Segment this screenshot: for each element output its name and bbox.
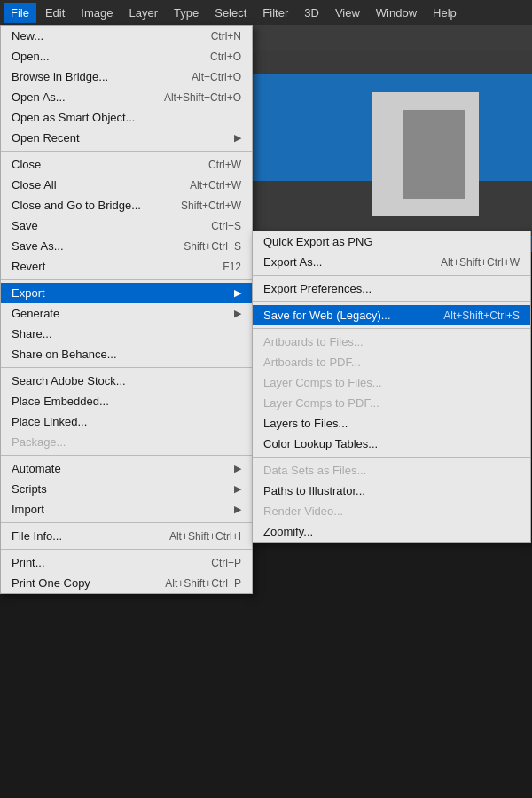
menu-image[interactable]: Image [74, 3, 120, 23]
menu-open-as[interactable]: Open As... Alt+Shift+Ctrl+O [1, 87, 252, 107]
file-menu: New... Ctrl+N Open... Ctrl+O Browse in B… [0, 25, 253, 594]
sep-5 [1, 522, 252, 523]
export-sep-3 [253, 328, 530, 329]
menu-package[interactable]: Package... [1, 432, 252, 452]
menu-save[interactable]: Save Ctrl+S [1, 215, 252, 236]
export-paths-illustrator[interactable]: Paths to Illustrator... [253, 481, 530, 501]
menu-view[interactable]: View [328, 3, 367, 23]
export-color-lookup-tables[interactable]: Color Lookup Tables... [253, 434, 530, 454]
menu-generate[interactable]: Generate ▶ [1, 303, 252, 324]
menu-file-info[interactable]: File Info... Alt+Shift+Ctrl+I [1, 526, 252, 546]
building-inner-shape [403, 110, 466, 199]
menu-open-recent[interactable]: Open Recent ▶ [1, 128, 252, 148]
menu-filter[interactable]: Filter [255, 3, 295, 23]
export-layer-comps-files[interactable]: Layer Comps to Files... [253, 372, 530, 393]
export-menu: Quick Export as PNG Export As... Alt+Shi… [252, 231, 531, 543]
canvas-handle-tr [516, 74, 532, 90]
sep-6 [1, 549, 252, 550]
export-zoomify[interactable]: Zoomify... [253, 521, 530, 542]
menu-open-smart-object[interactable]: Open as Smart Object... [1, 107, 252, 128]
dropdown-container: New... Ctrl+N Open... Ctrl+O Browse in B… [0, 25, 253, 594]
menu-save-as[interactable]: Save As... Shift+Ctrl+S [1, 236, 252, 256]
menu-window[interactable]: Window [369, 3, 424, 23]
sep-3 [1, 367, 252, 368]
menu-select[interactable]: Select [207, 3, 254, 23]
menu-search-stock[interactable]: Search Adobe Stock... [1, 371, 252, 391]
sep-1 [1, 151, 252, 152]
sep-2 [1, 279, 252, 280]
menu-print[interactable]: Print... Ctrl+P [1, 552, 252, 573]
menu-share-behance[interactable]: Share on Behance... [1, 344, 252, 364]
menu-revert[interactable]: Revert F12 [1, 256, 252, 277]
export-quick-png[interactable]: Quick Export as PNG [253, 231, 530, 252]
menu-place-linked[interactable]: Place Linked... [1, 411, 252, 432]
menu-import[interactable]: Import ▶ [1, 499, 252, 520]
menu-automate[interactable]: Automate ▶ [1, 458, 252, 479]
menu-edit[interactable]: Edit [38, 3, 72, 23]
export-render-video[interactable]: Render Video... [253, 501, 530, 521]
menu-layer[interactable]: Layer [122, 3, 166, 23]
menu-new[interactable]: New... Ctrl+N [1, 26, 252, 46]
export-artboards-files[interactable]: Artboards to Files... [253, 332, 530, 352]
menu-scripts[interactable]: Scripts ▶ [1, 479, 252, 499]
export-sep-4 [253, 457, 530, 458]
export-sep-1 [253, 275, 530, 276]
menu-close-go-bridge[interactable]: Close and Go to Bridge... Shift+Ctrl+W [1, 195, 252, 215]
menu-share[interactable]: Share... [1, 324, 252, 344]
menu-export[interactable]: Export ▶ [1, 283, 252, 303]
menu-browse-bridge[interactable]: Browse in Bridge... Alt+Ctrl+O [1, 66, 252, 87]
export-data-sets[interactable]: Data Sets as Files... [253, 460, 530, 481]
menu-help[interactable]: Help [426, 3, 464, 23]
export-layers-files[interactable]: Layers to Files... [253, 413, 530, 434]
export-preferences[interactable]: Export Preferences... [253, 278, 530, 299]
menu-type[interactable]: Type [167, 3, 206, 23]
export-artboards-pdf[interactable]: Artboards to PDF... [253, 352, 530, 372]
menu-file[interactable]: File [4, 3, 36, 23]
menu-close-all[interactable]: Close All Alt+Ctrl+W [1, 175, 252, 195]
menu-3d[interactable]: 3D [297, 3, 326, 23]
menu-bar: File Edit Image Layer Type Select Filter… [0, 0, 532, 25]
menu-print-one-copy[interactable]: Print One Copy Alt+Shift+Ctrl+P [1, 573, 252, 593]
save-for-web-legacy[interactable]: Save for Web (Legacy)... Alt+Shift+Ctrl+… [253, 305, 530, 325]
sep-4 [1, 455, 252, 456]
export-as[interactable]: Export As... Alt+Shift+Ctrl+W [253, 252, 530, 272]
menu-place-embedded[interactable]: Place Embedded... [1, 391, 252, 411]
menu-open[interactable]: Open... Ctrl+O [1, 46, 252, 66]
export-layer-comps-pdf[interactable]: Layer Comps to PDF... [253, 393, 530, 413]
export-sep-2 [253, 301, 530, 302]
menu-close[interactable]: Close Ctrl+W [1, 154, 252, 175]
